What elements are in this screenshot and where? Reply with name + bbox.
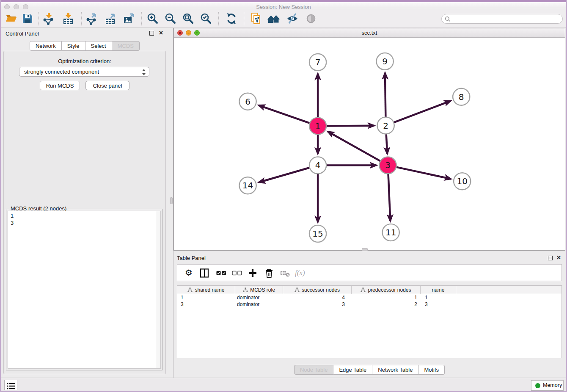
function-builder-icon: f(x): [295, 268, 309, 278]
graph-edge-2-3[interactable]: [386, 134, 388, 154]
cell-successor-nodes[interactable]: 4: [283, 294, 352, 301]
mcds-result-line: 1: [8, 211, 160, 219]
graph-node-15[interactable]: 15: [309, 225, 326, 242]
cell-predecessor-nodes[interactable]: 2: [352, 301, 421, 308]
tab-network-table[interactable]: Network Table: [372, 365, 418, 375]
tab-network[interactable]: Network: [30, 41, 62, 51]
result-scrollbar[interactable]: [156, 211, 160, 368]
home-icon[interactable]: [267, 12, 280, 25]
add-column-icon[interactable]: [248, 268, 258, 278]
table-row[interactable]: 3 dominator 3 2 3: [177, 301, 561, 308]
float-panel-icon[interactable]: [149, 31, 154, 36]
close-panel-button[interactable]: Close panel: [85, 81, 129, 90]
import-network-icon[interactable]: [42, 12, 55, 25]
graph-node-1[interactable]: 1: [309, 118, 326, 135]
graph-edge-3-10[interactable]: [396, 167, 451, 179]
column-type-icon: [243, 287, 248, 293]
tab-select[interactable]: Select: [85, 41, 112, 51]
column-type-icon: [295, 287, 300, 293]
graph-edge-3-1[interactable]: [328, 132, 380, 161]
table-panel-title: Table Panel: [177, 255, 206, 261]
cell-predecessor-nodes[interactable]: 1: [352, 294, 421, 301]
column-header-predecessor-nodes[interactable]: predecessor nodes: [352, 286, 421, 294]
table-row[interactable]: 1 dominator 4 1 1: [177, 294, 561, 301]
eye-disabled-icon: [305, 12, 317, 25]
cell-shared-name[interactable]: 3: [177, 301, 235, 308]
column-header-name[interactable]: name: [421, 286, 456, 294]
split-panel-icon[interactable]: [199, 268, 209, 278]
run-mcds-button[interactable]: Run MCDS: [40, 81, 80, 90]
delete-table-icon: [280, 268, 290, 278]
vertical-splitter[interactable]: [169, 28, 173, 378]
graph-edge-4-14[interactable]: [259, 168, 310, 182]
memory-label: Memory: [543, 382, 562, 388]
cell-mcds-role[interactable]: dominator: [235, 294, 283, 301]
export-table-icon[interactable]: [104, 12, 117, 25]
deselect-all-icon[interactable]: [232, 268, 242, 278]
graph-node-label: 11: [385, 227, 396, 237]
cell-shared-name[interactable]: 1: [177, 294, 235, 301]
graph-node-2[interactable]: 2: [377, 117, 394, 134]
export-network-icon[interactable]: [85, 12, 98, 25]
export-image-icon[interactable]: [123, 12, 135, 25]
criterion-dropdown[interactable]: strongly connected component: [19, 67, 149, 77]
task-history-button[interactable]: [4, 380, 17, 390]
cell-name[interactable]: 3: [421, 301, 456, 308]
cell-mcds-role[interactable]: dominator: [235, 301, 283, 308]
apply-layout-icon[interactable]: [225, 12, 238, 25]
column-label: shared name: [195, 287, 224, 293]
network-graph: 7968124314101511: [174, 38, 565, 250]
settings-gear-icon[interactable]: ⚙: [184, 268, 194, 278]
graph-node-14[interactable]: 14: [239, 177, 256, 194]
graph-edge-2-9[interactable]: [385, 73, 385, 117]
network-canvas[interactable]: 7968124314101511: [174, 38, 565, 250]
tab-motifs[interactable]: Motifs: [418, 365, 445, 375]
graph-edge-1-6[interactable]: [259, 105, 310, 123]
table-panel: Table Panel ✕ ⚙ f(x) shared name: [173, 252, 565, 378]
open-file-icon[interactable]: [5, 12, 18, 25]
tab-node-table[interactable]: Node Table: [294, 365, 334, 375]
hide-panels-icon[interactable]: [286, 12, 299, 25]
save-session-icon[interactable]: [21, 12, 34, 25]
memory-status-icon: [535, 383, 540, 388]
splitter-handle[interactable]: [170, 197, 173, 204]
float-table-panel-icon[interactable]: [548, 256, 553, 260]
graph-node-4[interactable]: 4: [309, 157, 326, 174]
memory-button[interactable]: Memory: [531, 380, 564, 391]
graph-edge-1-2[interactable]: [326, 126, 374, 126]
delete-column-icon[interactable]: [264, 268, 274, 278]
graph-node-8[interactable]: 8: [453, 88, 470, 105]
zoom-out-icon[interactable]: [164, 12, 177, 25]
mcds-result-textarea[interactable]: 1 3: [8, 211, 161, 369]
graph-node-3[interactable]: 3: [380, 157, 396, 174]
graph-node-7[interactable]: 7: [309, 54, 326, 71]
graph-edge-2-8[interactable]: [394, 101, 451, 122]
import-table-icon[interactable]: [62, 12, 74, 25]
control-panel: Control Panel ✕ Network Style Select MCD…: [0, 28, 169, 378]
list-icon: [6, 381, 16, 391]
zoom-in-icon[interactable]: [146, 12, 159, 25]
select-all-icon[interactable]: [216, 268, 226, 278]
column-header-successor-nodes[interactable]: successor nodes: [283, 286, 352, 294]
graph-node-10[interactable]: 10: [454, 173, 471, 190]
close-table-panel-icon[interactable]: ✕: [556, 254, 561, 261]
tab-edge-table[interactable]: Edge Table: [333, 365, 372, 375]
column-header-shared-name[interactable]: shared name: [177, 286, 235, 294]
network-window-titlebar[interactable]: ✕ − + scc.txt: [174, 28, 565, 38]
zoom-fit-icon[interactable]: [182, 12, 195, 25]
graph-node-11[interactable]: 11: [383, 224, 399, 241]
graph-node-6[interactable]: 6: [239, 93, 256, 110]
graph-edge-3-11[interactable]: [388, 174, 391, 221]
graph-node-9[interactable]: 9: [377, 53, 394, 70]
close-panel-icon[interactable]: ✕: [159, 30, 163, 36]
column-header-mcds-role[interactable]: MCDS role: [235, 286, 283, 294]
duplicate-network-icon[interactable]: [250, 12, 262, 25]
cell-successor-nodes[interactable]: 3: [283, 301, 352, 308]
tab-mcds[interactable]: MCDS: [112, 41, 140, 51]
search-field[interactable]: [441, 14, 563, 24]
tab-style[interactable]: Style: [62, 41, 85, 51]
zoom-selected-icon[interactable]: [200, 12, 212, 25]
cell-name[interactable]: 1: [421, 294, 456, 301]
search-input[interactable]: [452, 15, 560, 23]
horizontal-splitter-handle[interactable]: [362, 248, 368, 251]
